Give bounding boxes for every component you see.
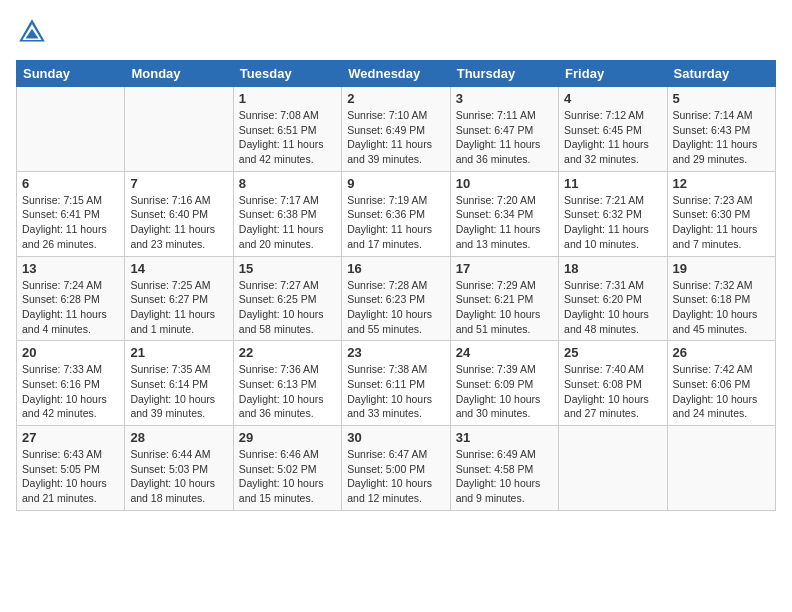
cell-info: Sunrise: 6:49 AMSunset: 4:58 PMDaylight:… [456,447,553,506]
calendar-cell: 22Sunrise: 7:36 AMSunset: 6:13 PMDayligh… [233,341,341,426]
week-row-5: 27Sunrise: 6:43 AMSunset: 5:05 PMDayligh… [17,426,776,511]
calendar-cell: 25Sunrise: 7:40 AMSunset: 6:08 PMDayligh… [559,341,667,426]
date-number: 14 [130,261,227,276]
date-number: 18 [564,261,661,276]
date-number: 30 [347,430,444,445]
calendar-cell [125,87,233,172]
weekday-header-wednesday: Wednesday [342,61,450,87]
date-number: 29 [239,430,336,445]
cell-info: Sunrise: 7:32 AMSunset: 6:18 PMDaylight:… [673,278,770,337]
date-number: 3 [456,91,553,106]
date-number: 8 [239,176,336,191]
weekday-header-thursday: Thursday [450,61,558,87]
calendar-cell: 13Sunrise: 7:24 AMSunset: 6:28 PMDayligh… [17,256,125,341]
week-row-2: 6Sunrise: 7:15 AMSunset: 6:41 PMDaylight… [17,171,776,256]
calendar-cell: 28Sunrise: 6:44 AMSunset: 5:03 PMDayligh… [125,426,233,511]
cell-info: Sunrise: 7:23 AMSunset: 6:30 PMDaylight:… [673,193,770,252]
weekday-header-monday: Monday [125,61,233,87]
calendar-cell: 8Sunrise: 7:17 AMSunset: 6:38 PMDaylight… [233,171,341,256]
calendar-cell [559,426,667,511]
calendar-cell [667,426,775,511]
calendar-cell: 20Sunrise: 7:33 AMSunset: 6:16 PMDayligh… [17,341,125,426]
calendar-cell: 23Sunrise: 7:38 AMSunset: 6:11 PMDayligh… [342,341,450,426]
calendar-cell: 15Sunrise: 7:27 AMSunset: 6:25 PMDayligh… [233,256,341,341]
weekday-header-saturday: Saturday [667,61,775,87]
calendar-cell: 19Sunrise: 7:32 AMSunset: 6:18 PMDayligh… [667,256,775,341]
cell-info: Sunrise: 7:16 AMSunset: 6:40 PMDaylight:… [130,193,227,252]
calendar-cell: 14Sunrise: 7:25 AMSunset: 6:27 PMDayligh… [125,256,233,341]
calendar-cell: 4Sunrise: 7:12 AMSunset: 6:45 PMDaylight… [559,87,667,172]
cell-info: Sunrise: 7:19 AMSunset: 6:36 PMDaylight:… [347,193,444,252]
date-number: 1 [239,91,336,106]
calendar-cell: 3Sunrise: 7:11 AMSunset: 6:47 PMDaylight… [450,87,558,172]
calendar-cell: 7Sunrise: 7:16 AMSunset: 6:40 PMDaylight… [125,171,233,256]
calendar-cell: 27Sunrise: 6:43 AMSunset: 5:05 PMDayligh… [17,426,125,511]
cell-info: Sunrise: 7:27 AMSunset: 6:25 PMDaylight:… [239,278,336,337]
calendar-cell: 9Sunrise: 7:19 AMSunset: 6:36 PMDaylight… [342,171,450,256]
cell-info: Sunrise: 7:12 AMSunset: 6:45 PMDaylight:… [564,108,661,167]
cell-info: Sunrise: 7:36 AMSunset: 6:13 PMDaylight:… [239,362,336,421]
date-number: 9 [347,176,444,191]
date-number: 28 [130,430,227,445]
calendar-cell: 11Sunrise: 7:21 AMSunset: 6:32 PMDayligh… [559,171,667,256]
cell-info: Sunrise: 7:39 AMSunset: 6:09 PMDaylight:… [456,362,553,421]
date-number: 21 [130,345,227,360]
cell-info: Sunrise: 7:15 AMSunset: 6:41 PMDaylight:… [22,193,119,252]
date-number: 7 [130,176,227,191]
cell-info: Sunrise: 7:28 AMSunset: 6:23 PMDaylight:… [347,278,444,337]
calendar-cell: 6Sunrise: 7:15 AMSunset: 6:41 PMDaylight… [17,171,125,256]
date-number: 10 [456,176,553,191]
cell-info: Sunrise: 7:40 AMSunset: 6:08 PMDaylight:… [564,362,661,421]
date-number: 25 [564,345,661,360]
logo-icon [16,16,48,48]
calendar-cell: 2Sunrise: 7:10 AMSunset: 6:49 PMDaylight… [342,87,450,172]
cell-info: Sunrise: 6:43 AMSunset: 5:05 PMDaylight:… [22,447,119,506]
week-row-1: 1Sunrise: 7:08 AMSunset: 6:51 PMDaylight… [17,87,776,172]
calendar-cell: 17Sunrise: 7:29 AMSunset: 6:21 PMDayligh… [450,256,558,341]
page-header [16,16,776,48]
calendar-cell: 5Sunrise: 7:14 AMSunset: 6:43 PMDaylight… [667,87,775,172]
calendar-cell: 10Sunrise: 7:20 AMSunset: 6:34 PMDayligh… [450,171,558,256]
cell-info: Sunrise: 6:46 AMSunset: 5:02 PMDaylight:… [239,447,336,506]
calendar-cell: 18Sunrise: 7:31 AMSunset: 6:20 PMDayligh… [559,256,667,341]
cell-info: Sunrise: 7:11 AMSunset: 6:47 PMDaylight:… [456,108,553,167]
cell-info: Sunrise: 7:33 AMSunset: 6:16 PMDaylight:… [22,362,119,421]
cell-info: Sunrise: 6:44 AMSunset: 5:03 PMDaylight:… [130,447,227,506]
calendar-cell [17,87,125,172]
date-number: 6 [22,176,119,191]
cell-info: Sunrise: 7:35 AMSunset: 6:14 PMDaylight:… [130,362,227,421]
cell-info: Sunrise: 7:10 AMSunset: 6:49 PMDaylight:… [347,108,444,167]
date-number: 5 [673,91,770,106]
date-number: 22 [239,345,336,360]
date-number: 12 [673,176,770,191]
weekday-header-friday: Friday [559,61,667,87]
cell-info: Sunrise: 7:25 AMSunset: 6:27 PMDaylight:… [130,278,227,337]
date-number: 26 [673,345,770,360]
calendar-cell: 26Sunrise: 7:42 AMSunset: 6:06 PMDayligh… [667,341,775,426]
calendar-cell: 29Sunrise: 6:46 AMSunset: 5:02 PMDayligh… [233,426,341,511]
date-number: 19 [673,261,770,276]
cell-info: Sunrise: 6:47 AMSunset: 5:00 PMDaylight:… [347,447,444,506]
calendar-cell: 31Sunrise: 6:49 AMSunset: 4:58 PMDayligh… [450,426,558,511]
weekday-header-sunday: Sunday [17,61,125,87]
cell-info: Sunrise: 7:08 AMSunset: 6:51 PMDaylight:… [239,108,336,167]
cell-info: Sunrise: 7:14 AMSunset: 6:43 PMDaylight:… [673,108,770,167]
cell-info: Sunrise: 7:38 AMSunset: 6:11 PMDaylight:… [347,362,444,421]
weekday-header-tuesday: Tuesday [233,61,341,87]
date-number: 16 [347,261,444,276]
cell-info: Sunrise: 7:29 AMSunset: 6:21 PMDaylight:… [456,278,553,337]
logo [16,16,52,48]
date-number: 20 [22,345,119,360]
cell-info: Sunrise: 7:24 AMSunset: 6:28 PMDaylight:… [22,278,119,337]
cell-info: Sunrise: 7:42 AMSunset: 6:06 PMDaylight:… [673,362,770,421]
calendar-cell: 21Sunrise: 7:35 AMSunset: 6:14 PMDayligh… [125,341,233,426]
week-row-4: 20Sunrise: 7:33 AMSunset: 6:16 PMDayligh… [17,341,776,426]
date-number: 17 [456,261,553,276]
calendar-table: SundayMondayTuesdayWednesdayThursdayFrid… [16,60,776,511]
cell-info: Sunrise: 7:17 AMSunset: 6:38 PMDaylight:… [239,193,336,252]
cell-info: Sunrise: 7:31 AMSunset: 6:20 PMDaylight:… [564,278,661,337]
calendar-cell: 16Sunrise: 7:28 AMSunset: 6:23 PMDayligh… [342,256,450,341]
date-number: 11 [564,176,661,191]
date-number: 15 [239,261,336,276]
date-number: 13 [22,261,119,276]
